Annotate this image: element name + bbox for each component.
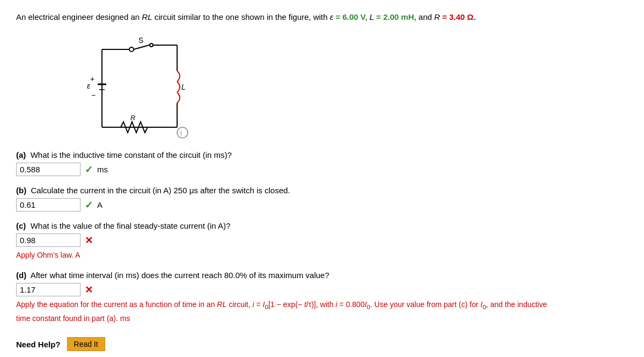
part-d-input[interactable] bbox=[16, 283, 80, 296]
part-b-check-icon: ✓ bbox=[85, 199, 93, 211]
part-b-question: (b) Calculate the current in the circuit… bbox=[16, 186, 628, 195]
svg-line-3 bbox=[134, 45, 149, 49]
part-c-x-icon: ✕ bbox=[85, 235, 93, 246]
svg-point-2 bbox=[129, 47, 134, 52]
part-a: (a) What is the inductive time constant … bbox=[16, 150, 628, 176]
svg-point-4 bbox=[150, 43, 153, 47]
part-b-input[interactable] bbox=[16, 198, 80, 212]
svg-text:i: i bbox=[180, 129, 182, 137]
part-d: (d) After what time interval (in ms) doe… bbox=[16, 271, 628, 324]
part-d-question: (d) After what time interval (in ms) doe… bbox=[16, 271, 628, 280]
svg-text:L: L bbox=[181, 83, 186, 91]
circuit-svg: S L + bbox=[59, 33, 209, 141]
problem-statement: An electrical engineer designed an RL ci… bbox=[16, 11, 628, 24]
part-c: (c) What is the value of the final stead… bbox=[16, 221, 628, 261]
svg-text:ε: ε bbox=[87, 82, 91, 90]
read-it-button[interactable]: Read It bbox=[67, 337, 105, 351]
part-a-unit: ms bbox=[97, 165, 108, 174]
part-c-hint: Apply Ohm's law. A bbox=[16, 249, 628, 261]
part-a-input[interactable] bbox=[16, 163, 80, 176]
svg-point-19 bbox=[177, 127, 188, 138]
part-c-input[interactable] bbox=[16, 234, 80, 247]
svg-text:S: S bbox=[138, 36, 143, 45]
part-c-question: (c) What is the value of the final stead… bbox=[16, 221, 628, 230]
part-d-x-icon: ✕ bbox=[85, 284, 93, 296]
part-b-unit: A bbox=[97, 200, 103, 209]
svg-text:−: − bbox=[91, 91, 96, 99]
part-a-check-icon: ✓ bbox=[85, 164, 93, 176]
need-help-section: Need Help? Read It bbox=[16, 337, 628, 351]
svg-text:R: R bbox=[130, 114, 135, 122]
part-a-question: (a) What is the inductive time constant … bbox=[16, 150, 628, 159]
svg-text:+: + bbox=[90, 75, 94, 83]
need-help-label: Need Help? bbox=[16, 340, 61, 349]
part-b: (b) Calculate the current in the circuit… bbox=[16, 186, 628, 212]
part-d-hint: Apply the equation for the current as a … bbox=[16, 298, 628, 324]
circuit-diagram: S L + bbox=[59, 33, 209, 141]
